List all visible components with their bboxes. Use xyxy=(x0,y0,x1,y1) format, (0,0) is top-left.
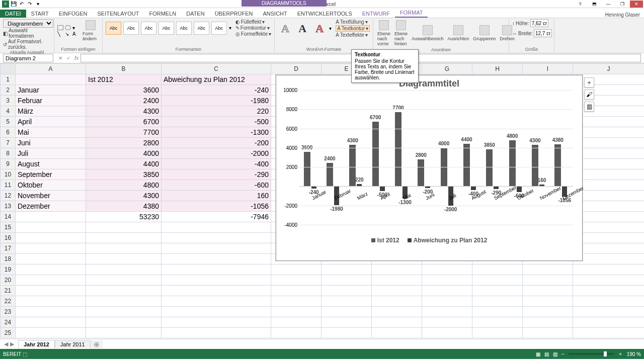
help-icon[interactable]: ? xyxy=(574,1,587,8)
view-pagebreak-icon[interactable]: ▧ xyxy=(553,351,557,357)
cell[interactable] xyxy=(162,243,271,254)
cell-A6[interactable]: Mai xyxy=(16,127,86,138)
cell[interactable] xyxy=(86,264,162,275)
cell[interactable] xyxy=(162,307,271,317)
chart-element-selector[interactable]: Diagrammbereich xyxy=(3,19,53,28)
cell[interactable] xyxy=(16,317,86,328)
change-shape-button[interactable]: Form ändern xyxy=(82,19,99,42)
cell-A4[interactable]: März xyxy=(16,106,86,117)
cell-A12[interactable]: November xyxy=(16,191,86,201)
cell-B1[interactable]: Ist 2012 xyxy=(86,74,162,85)
cell-B5[interactable]: 6700 xyxy=(86,117,162,127)
cell-B10[interactable]: 3850 xyxy=(86,169,162,180)
cell[interactable] xyxy=(321,264,372,275)
fx-icon[interactable]: fx xyxy=(72,55,80,61)
cell[interactable] xyxy=(472,317,523,328)
chart-legend[interactable]: Ist 2012 Abweichung zu Plan 2012 xyxy=(276,236,582,245)
chart-title[interactable]: Diagrammtitel xyxy=(276,75,582,90)
cell-C5[interactable]: -500 xyxy=(162,117,271,127)
minimize-icon[interactable]: — xyxy=(602,1,615,8)
format-selection-button[interactable]: ◧Auswahl formatieren xyxy=(3,28,51,39)
cell[interactable] xyxy=(16,222,86,233)
cell[interactable] xyxy=(162,233,271,243)
bar-abw-7[interactable]: -400 xyxy=(471,186,476,190)
cell[interactable] xyxy=(523,328,573,338)
view-normal-icon[interactable]: ▦ xyxy=(536,351,540,357)
shape-style-2[interactable]: Abc xyxy=(123,22,139,35)
col-header-G[interactable]: G xyxy=(422,64,472,74)
cell[interactable] xyxy=(523,286,573,296)
cell[interactable] xyxy=(573,243,645,254)
shape-style-7[interactable]: Abc xyxy=(211,22,227,35)
cell-C1[interactable]: Abweichung zu Plan 2012 xyxy=(162,74,271,85)
macro-record-icon[interactable]: ⬚ xyxy=(23,351,27,357)
view-layout-icon[interactable]: ▤ xyxy=(544,351,549,357)
tab-ueberpruefen[interactable]: ÜBERPRÜFEN xyxy=(210,10,258,18)
row-header-2[interactable]: 2 xyxy=(1,85,16,96)
cell[interactable] xyxy=(472,328,523,338)
row-header-7[interactable]: 7 xyxy=(1,138,16,148)
shape-style-3[interactable]: Abc xyxy=(141,22,156,35)
cell[interactable] xyxy=(271,328,321,338)
cell-C4[interactable]: 220 xyxy=(162,106,271,117)
row-header-24[interactable]: 24 xyxy=(1,317,16,328)
row-header-4[interactable]: 4 xyxy=(1,106,16,117)
cell-C2[interactable]: -240 xyxy=(162,85,271,96)
cell[interactable] xyxy=(573,169,645,180)
cell[interactable] xyxy=(523,275,573,286)
cell-C10[interactable]: -290 xyxy=(162,169,271,180)
cell[interactable] xyxy=(16,307,86,317)
close-icon[interactable]: ✕ xyxy=(630,1,643,8)
bar-abw-3[interactable]: -500 xyxy=(380,186,385,191)
cell-B9[interactable]: 4400 xyxy=(86,159,162,169)
shape-arrow-icon[interactable]: ↘ xyxy=(65,31,72,37)
cell[interactable] xyxy=(422,286,472,296)
new-sheet-button[interactable]: ⊕ xyxy=(91,340,103,348)
tab-einfuegen[interactable]: EINFÜGEN xyxy=(54,10,93,18)
cell-C6[interactable]: -1300 xyxy=(162,127,271,138)
redo-icon[interactable]: ↷ xyxy=(26,1,33,8)
row-header-12[interactable]: 12 xyxy=(1,191,16,201)
cell[interactable] xyxy=(573,74,645,85)
cell-B3[interactable]: 2400 xyxy=(86,96,162,106)
row-header-15[interactable]: 15 xyxy=(1,222,16,233)
shape-fill-button[interactable]: ◐Fülleffekt▾ xyxy=(235,19,271,25)
cell[interactable] xyxy=(523,296,573,307)
sheet-tab-jahr-2012[interactable]: Jahr 2012 xyxy=(18,340,55,348)
cell-C7[interactable]: -200 xyxy=(162,138,271,148)
cell[interactable] xyxy=(372,264,422,275)
bar-ist-4[interactable]: 7700 xyxy=(395,112,401,186)
cell[interactable] xyxy=(372,317,422,328)
cell[interactable] xyxy=(523,317,573,328)
row-header-25[interactable]: 25 xyxy=(1,328,16,338)
bar-ist-3[interactable]: 6700 xyxy=(372,122,379,186)
cell[interactable] xyxy=(162,317,271,328)
chart-elements-button[interactable]: ＋ xyxy=(584,77,594,87)
cell[interactable] xyxy=(271,296,321,307)
reset-style-button[interactable]: ↺Auf Formatvorl. zurücks. xyxy=(3,39,51,50)
cell[interactable] xyxy=(372,328,422,338)
cell[interactable] xyxy=(372,286,422,296)
cell[interactable] xyxy=(271,307,321,317)
cell[interactable] xyxy=(162,254,271,264)
cell[interactable] xyxy=(86,328,162,338)
bar-ist-5[interactable]: 2800 xyxy=(418,159,424,187)
cell-C3[interactable]: -1980 xyxy=(162,96,271,106)
cell-C13[interactable]: -1056 xyxy=(162,201,271,212)
bar-ist-11[interactable]: 4380 xyxy=(554,144,561,187)
cell[interactable] xyxy=(573,275,645,286)
cell-C9[interactable]: -400 xyxy=(162,159,271,169)
cell[interactable] xyxy=(472,296,523,307)
tab-entwicklertools[interactable]: ENTWICKLERTOOLS xyxy=(292,10,357,18)
chart-y-axis[interactable]: -4000-2000200040006000800010000 xyxy=(278,90,298,225)
tab-entwurf[interactable]: ENTWURF xyxy=(357,10,395,18)
cell[interactable] xyxy=(573,222,645,233)
shape-more-icon[interactable]: ▾ xyxy=(72,25,79,31)
cell-A14[interactable] xyxy=(16,212,86,222)
cell-A10[interactable]: September xyxy=(16,169,86,180)
cell-A8[interactable]: Juli xyxy=(16,148,86,159)
cell-A9[interactable]: August xyxy=(16,159,86,169)
cell-B7[interactable]: 2800 xyxy=(86,138,162,148)
row-header-1[interactable]: 1 xyxy=(1,74,16,85)
cell[interactable] xyxy=(321,317,372,328)
